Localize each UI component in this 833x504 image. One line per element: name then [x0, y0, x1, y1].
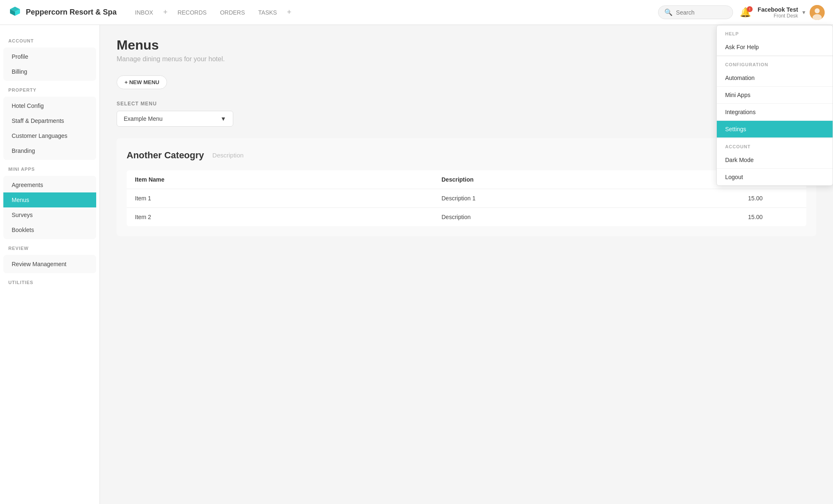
- item-description: Description 1: [441, 195, 748, 202]
- app-logo-icon: [8, 6, 22, 19]
- item-price: 15.00: [748, 195, 798, 202]
- sidebar-section-account: ACCOUNT: [0, 33, 100, 46]
- page-title: Menus: [117, 37, 816, 53]
- main-content: Menus Manage dining menus for your hotel…: [100, 25, 833, 504]
- menu-select-row: Example Menu ▼: [117, 111, 816, 127]
- category-description-placeholder: Description: [212, 152, 721, 159]
- dropdown-integrations[interactable]: Integrations: [717, 104, 833, 121]
- dropdown-automation[interactable]: Automation: [717, 70, 833, 87]
- nav-tasks[interactable]: TASKS: [252, 6, 283, 19]
- user-role: Front Desk: [758, 13, 798, 19]
- category-card: Another Cateogry Description + NEW ITEM …: [117, 138, 816, 236]
- nav-records[interactable]: RECORDS: [172, 6, 212, 19]
- select-menu-label: SELECT MENU: [117, 101, 816, 107]
- item-price: 15.00: [748, 214, 798, 220]
- user-name: Facebook Test: [758, 6, 798, 13]
- item-name: Item 2: [135, 214, 441, 220]
- dropdown-ask-for-help[interactable]: Ask For Help: [717, 39, 833, 56]
- menu-dropdown[interactable]: Example Menu ▼: [117, 111, 233, 127]
- tasks-add-icon[interactable]: +: [284, 6, 294, 18]
- sidebar-item-agreements[interactable]: Agreements: [3, 177, 96, 192]
- col-header-name: Item Name: [135, 176, 441, 183]
- sidebar-section-mini-apps: MINI APPS: [0, 162, 100, 174]
- category-title: Another Cateogry: [127, 150, 204, 161]
- menu-dropdown-value: Example Menu: [124, 115, 162, 122]
- user-info[interactable]: Facebook Test Front Desk ▼: [758, 5, 825, 20]
- nav-links: INBOX + RECORDS ORDERS TASKS +: [129, 6, 658, 19]
- table-row: Item 2 Description 15.00: [127, 208, 806, 226]
- dropdown-section-help: HELP: [717, 25, 833, 39]
- sidebar: ACCOUNT Profile Billing PROPERTY Hotel C…: [0, 25, 100, 504]
- notification-badge: !: [747, 6, 753, 12]
- sidebar-item-languages[interactable]: Customer Languages: [3, 128, 96, 143]
- item-name: Item 1: [135, 195, 441, 202]
- sidebar-item-staff[interactable]: Staff & Departments: [3, 113, 96, 128]
- items-table: Item Name Description Price Item 1 Descr…: [127, 170, 806, 226]
- chevron-down-icon: ▼: [220, 115, 226, 122]
- search-input[interactable]: [676, 9, 727, 16]
- col-header-description: Description: [441, 176, 748, 183]
- svg-point-4: [815, 8, 820, 13]
- topnav-right: 🔍 🔔 ! Facebook Test Front Desk ▼: [658, 5, 825, 20]
- avatar-image: [810, 5, 825, 20]
- search-box[interactable]: 🔍: [658, 5, 733, 19]
- sidebar-item-surveys[interactable]: Surveys: [3, 207, 96, 222]
- top-navigation: Peppercorn Resort & Spa INBOX + RECORDS …: [0, 0, 833, 25]
- sidebar-section-review: REVIEW: [0, 241, 100, 253]
- search-icon: 🔍: [664, 8, 673, 16]
- user-menu-chevron: ▼: [801, 10, 806, 15]
- sidebar-section-utilities: UTILITIES: [0, 275, 100, 287]
- dropdown-dark-mode[interactable]: Dark Mode: [717, 152, 833, 169]
- user-avatar: [810, 5, 825, 20]
- dropdown-mini-apps[interactable]: Mini Apps: [717, 87, 833, 104]
- sidebar-section-property: PROPERTY: [0, 82, 100, 95]
- item-description: Description: [441, 214, 748, 220]
- sidebar-item-menus[interactable]: Menus: [3, 192, 96, 207]
- inbox-add-icon[interactable]: +: [161, 6, 170, 18]
- user-dropdown-menu: HELP Ask For Help CONFIGURATION Automati…: [716, 25, 833, 186]
- dropdown-logout[interactable]: Logout: [717, 169, 833, 185]
- page-subtitle: Manage dining menus for your hotel.: [117, 55, 816, 63]
- new-menu-button[interactable]: + NEW MENU: [117, 75, 167, 89]
- sidebar-review-group: Review Management: [3, 255, 96, 273]
- table-header: Item Name Description Price: [127, 170, 806, 189]
- notification-bell[interactable]: 🔔 !: [740, 7, 751, 18]
- nav-orders[interactable]: ORDERS: [214, 6, 251, 19]
- app-layout: ACCOUNT Profile Billing PROPERTY Hotel C…: [0, 25, 833, 504]
- dropdown-section-account: ACCOUNT: [717, 138, 833, 152]
- nav-inbox[interactable]: INBOX: [129, 6, 159, 19]
- logo-area[interactable]: Peppercorn Resort & Spa: [8, 6, 117, 19]
- dropdown-section-configuration: CONFIGURATION: [717, 56, 833, 70]
- app-name: Peppercorn Resort & Spa: [26, 8, 117, 17]
- sidebar-item-profile[interactable]: Profile: [3, 49, 96, 64]
- sidebar-account-group: Profile Billing: [3, 47, 96, 81]
- category-header: Another Cateogry Description + NEW ITEM …: [127, 148, 806, 162]
- sidebar-mini-apps-group: Agreements Menus Surveys Booklets: [3, 176, 96, 239]
- sidebar-item-review-management[interactable]: Review Management: [3, 257, 96, 272]
- sidebar-property-group: Hotel Config Staff & Departments Custome…: [3, 97, 96, 160]
- dropdown-settings[interactable]: Settings: [717, 121, 833, 138]
- table-row: Item 1 Description 1 15.00: [127, 189, 806, 208]
- sidebar-item-branding[interactable]: Branding: [3, 143, 96, 158]
- sidebar-item-billing[interactable]: Billing: [3, 64, 96, 79]
- sidebar-item-hotel-config[interactable]: Hotel Config: [3, 98, 96, 113]
- sidebar-item-booklets[interactable]: Booklets: [3, 222, 96, 237]
